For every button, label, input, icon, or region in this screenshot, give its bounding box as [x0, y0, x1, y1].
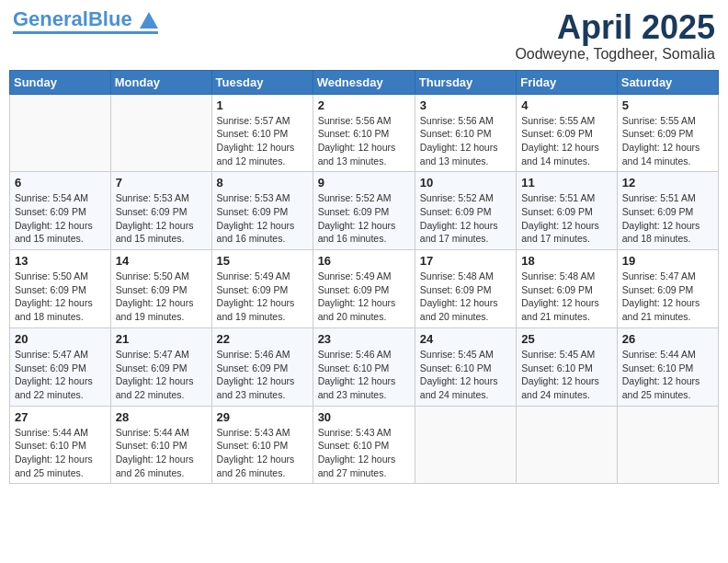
day-number: 23: [318, 332, 410, 346]
calendar-cell: 5Sunrise: 5:55 AM Sunset: 6:09 PM Daylig…: [617, 94, 718, 172]
day-number: 1: [217, 98, 308, 112]
logo-underline: [13, 31, 158, 34]
logo-text: GeneralBlue: [13, 9, 158, 29]
day-number: 9: [318, 176, 410, 190]
day-info: Sunrise: 5:43 AM Sunset: 6:10 PM Dayligh…: [318, 426, 410, 480]
day-info: Sunrise: 5:54 AM Sunset: 6:09 PM Dayligh…: [15, 191, 106, 246]
calendar-cell: 12Sunrise: 5:51 AM Sunset: 6:09 PM Dayli…: [617, 172, 718, 250]
day-info: Sunrise: 5:52 AM Sunset: 6:09 PM Dayligh…: [420, 191, 511, 246]
day-number: 2: [318, 98, 410, 112]
weekday-header: Wednesday: [313, 70, 415, 94]
day-number: 21: [116, 332, 207, 346]
calendar-cell: 4Sunrise: 5:55 AM Sunset: 6:09 PM Daylig…: [517, 94, 618, 172]
day-info: Sunrise: 5:51 AM Sunset: 6:09 PM Dayligh…: [521, 191, 612, 246]
day-info: Sunrise: 5:45 AM Sunset: 6:10 PM Dayligh…: [521, 348, 612, 402]
calendar-cell: 11Sunrise: 5:51 AM Sunset: 6:09 PM Dayli…: [517, 172, 618, 250]
calendar-cell: 25Sunrise: 5:45 AM Sunset: 6:10 PM Dayli…: [517, 327, 618, 406]
calendar-cell: [415, 406, 516, 484]
day-number: 19: [622, 254, 713, 268]
day-info: Sunrise: 5:48 AM Sunset: 6:09 PM Dayligh…: [521, 270, 612, 324]
calendar-header-row: SundayMondayTuesdayWednesdayThursdayFrid…: [10, 70, 719, 94]
calendar-cell: 19Sunrise: 5:47 AM Sunset: 6:09 PM Dayli…: [617, 250, 718, 328]
day-info: Sunrise: 5:49 AM Sunset: 6:09 PM Dayligh…: [318, 270, 410, 324]
day-number: 27: [15, 410, 106, 424]
calendar-cell: 6Sunrise: 5:54 AM Sunset: 6:09 PM Daylig…: [10, 172, 111, 250]
day-info: Sunrise: 5:46 AM Sunset: 6:10 PM Dayligh…: [318, 348, 410, 402]
day-info: Sunrise: 5:49 AM Sunset: 6:09 PM Dayligh…: [217, 270, 308, 324]
day-number: 22: [217, 332, 308, 346]
calendar-week-row: 13Sunrise: 5:50 AM Sunset: 6:09 PM Dayli…: [10, 250, 719, 328]
month-title: April 2025: [515, 9, 715, 46]
weekday-header: Saturday: [617, 70, 718, 94]
calendar-cell: [110, 94, 211, 172]
day-info: Sunrise: 5:57 AM Sunset: 6:10 PM Dayligh…: [217, 114, 308, 168]
day-number: 4: [521, 98, 612, 112]
calendar-cell: 13Sunrise: 5:50 AM Sunset: 6:09 PM Dayli…: [10, 250, 111, 328]
page-header: GeneralBlue April 2025 Oodweyne, Togdhee…: [9, 9, 719, 63]
day-number: 8: [217, 176, 308, 190]
calendar-cell: 18Sunrise: 5:48 AM Sunset: 6:09 PM Dayli…: [517, 250, 618, 328]
calendar-cell: 8Sunrise: 5:53 AM Sunset: 6:09 PM Daylig…: [211, 172, 313, 250]
calendar-cell: [617, 406, 718, 484]
calendar-cell: 14Sunrise: 5:50 AM Sunset: 6:09 PM Dayli…: [110, 250, 211, 328]
day-number: 5: [622, 98, 713, 112]
day-number: 10: [420, 176, 511, 190]
weekday-header: Thursday: [415, 70, 516, 94]
day-info: Sunrise: 5:46 AM Sunset: 6:09 PM Dayligh…: [217, 348, 308, 402]
day-number: 7: [116, 176, 207, 190]
weekday-header: Tuesday: [211, 70, 313, 94]
calendar-cell: 26Sunrise: 5:44 AM Sunset: 6:10 PM Dayli…: [617, 327, 718, 406]
weekday-header: Monday: [110, 70, 211, 94]
day-info: Sunrise: 5:50 AM Sunset: 6:09 PM Dayligh…: [116, 270, 207, 324]
day-info: Sunrise: 5:44 AM Sunset: 6:10 PM Dayligh…: [116, 426, 207, 480]
calendar-cell: 29Sunrise: 5:43 AM Sunset: 6:10 PM Dayli…: [211, 406, 313, 484]
calendar-week-row: 20Sunrise: 5:47 AM Sunset: 6:09 PM Dayli…: [10, 327, 719, 406]
day-number: 3: [420, 98, 511, 112]
calendar-cell: 24Sunrise: 5:45 AM Sunset: 6:10 PM Dayli…: [415, 327, 516, 406]
weekday-header: Sunday: [10, 70, 111, 94]
day-info: Sunrise: 5:47 AM Sunset: 6:09 PM Dayligh…: [116, 348, 207, 402]
logo: GeneralBlue: [13, 9, 158, 34]
calendar-cell: 30Sunrise: 5:43 AM Sunset: 6:10 PM Dayli…: [313, 406, 415, 484]
location: Oodweyne, Togdheer, Somalia: [515, 46, 715, 63]
day-info: Sunrise: 5:56 AM Sunset: 6:10 PM Dayligh…: [318, 114, 410, 168]
day-number: 16: [318, 254, 410, 268]
day-number: 20: [15, 332, 106, 346]
day-info: Sunrise: 5:53 AM Sunset: 6:09 PM Dayligh…: [217, 191, 308, 246]
calendar-week-row: 6Sunrise: 5:54 AM Sunset: 6:09 PM Daylig…: [10, 172, 719, 250]
calendar-week-row: 1Sunrise: 5:57 AM Sunset: 6:10 PM Daylig…: [10, 94, 719, 172]
calendar-cell: 9Sunrise: 5:52 AM Sunset: 6:09 PM Daylig…: [313, 172, 415, 250]
logo-general: General: [13, 7, 88, 30]
calendar-cell: 3Sunrise: 5:56 AM Sunset: 6:10 PM Daylig…: [415, 94, 516, 172]
day-info: Sunrise: 5:47 AM Sunset: 6:09 PM Dayligh…: [15, 348, 106, 402]
day-number: 18: [521, 254, 612, 268]
day-number: 13: [15, 254, 106, 268]
calendar-cell: 15Sunrise: 5:49 AM Sunset: 6:09 PM Dayli…: [211, 250, 313, 328]
calendar-cell: 21Sunrise: 5:47 AM Sunset: 6:09 PM Dayli…: [110, 327, 211, 406]
day-info: Sunrise: 5:56 AM Sunset: 6:10 PM Dayligh…: [420, 114, 511, 168]
calendar-cell: [10, 94, 111, 172]
day-number: 6: [15, 176, 106, 190]
day-number: 12: [622, 176, 713, 190]
weekday-header: Friday: [517, 70, 618, 94]
calendar-cell: 23Sunrise: 5:46 AM Sunset: 6:10 PM Dayli…: [313, 327, 415, 406]
calendar-cell: 27Sunrise: 5:44 AM Sunset: 6:10 PM Dayli…: [10, 406, 111, 484]
calendar-cell: [517, 406, 618, 484]
logo-blue: Blue: [88, 7, 132, 30]
calendar-cell: 20Sunrise: 5:47 AM Sunset: 6:09 PM Dayli…: [10, 327, 111, 406]
day-info: Sunrise: 5:48 AM Sunset: 6:09 PM Dayligh…: [420, 270, 511, 324]
calendar-cell: 16Sunrise: 5:49 AM Sunset: 6:09 PM Dayli…: [313, 250, 415, 328]
day-info: Sunrise: 5:51 AM Sunset: 6:09 PM Dayligh…: [622, 191, 713, 246]
day-info: Sunrise: 5:45 AM Sunset: 6:10 PM Dayligh…: [420, 348, 511, 402]
day-number: 29: [217, 410, 308, 424]
day-number: 11: [521, 176, 612, 190]
logo-triangle-icon: [140, 12, 158, 29]
day-number: 15: [217, 254, 308, 268]
calendar-week-row: 27Sunrise: 5:44 AM Sunset: 6:10 PM Dayli…: [10, 406, 719, 484]
calendar-cell: 7Sunrise: 5:53 AM Sunset: 6:09 PM Daylig…: [110, 172, 211, 250]
day-info: Sunrise: 5:55 AM Sunset: 6:09 PM Dayligh…: [622, 114, 713, 168]
day-info: Sunrise: 5:55 AM Sunset: 6:09 PM Dayligh…: [521, 114, 612, 168]
calendar-cell: 22Sunrise: 5:46 AM Sunset: 6:09 PM Dayli…: [211, 327, 313, 406]
day-number: 26: [622, 332, 713, 346]
calendar-cell: 28Sunrise: 5:44 AM Sunset: 6:10 PM Dayli…: [110, 406, 211, 484]
